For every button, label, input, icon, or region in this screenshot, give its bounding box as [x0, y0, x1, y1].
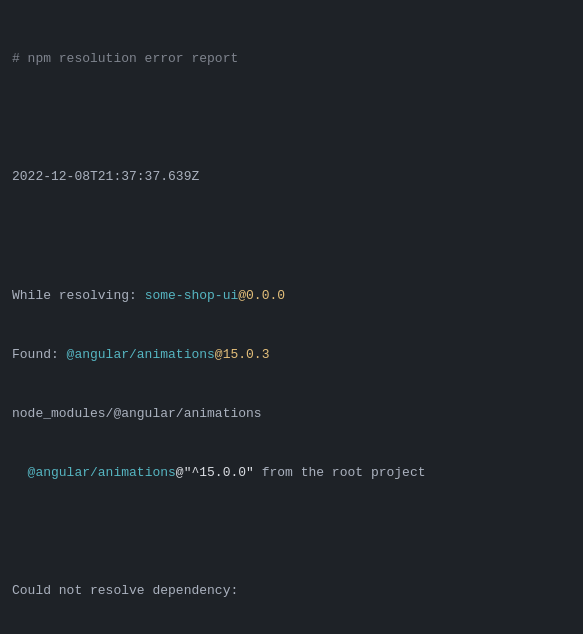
- while-resolving-line: While resolving: some-shop-ui@0.0.0: [12, 286, 571, 306]
- empty-line: [12, 522, 571, 542]
- timestamp-line: 2022-12-08T21:37:37.639Z: [12, 167, 571, 187]
- empty-line: [12, 226, 571, 246]
- title-line: # npm resolution error report: [12, 49, 571, 69]
- could-not-line: Could not resolve dependency:: [12, 581, 571, 601]
- node-modules-animations: node_modules/@angular/animations: [12, 404, 571, 424]
- empty-line: [12, 108, 571, 128]
- found-line: Found: @angular/animations@15.0.3: [12, 345, 571, 365]
- animations-root-line: @angular/animations@"^15.0.0" from the r…: [12, 463, 571, 483]
- terminal-output: # npm resolution error report 2022-12-08…: [12, 10, 571, 634]
